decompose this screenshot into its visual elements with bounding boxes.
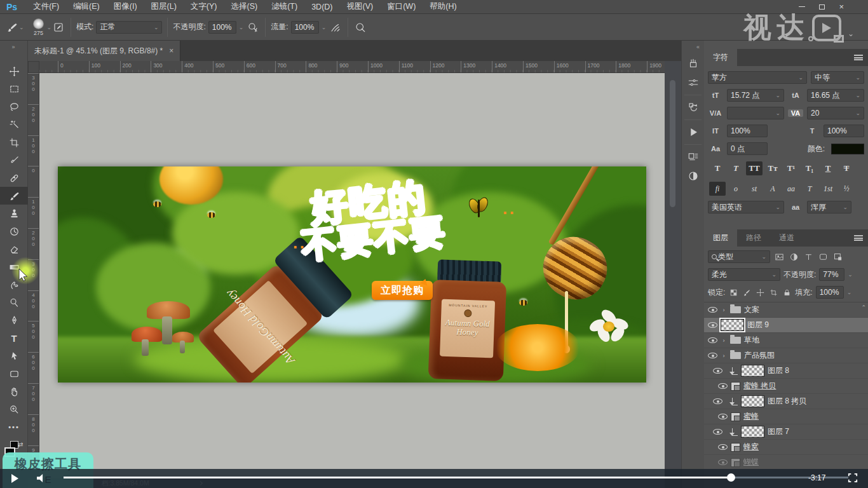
menu-item[interactable]: 图层(L) [144, 1, 184, 12]
visibility-eye-icon[interactable] [713, 429, 722, 435]
clone-stamp-tool[interactable] [0, 205, 28, 222]
swap-colors-icon[interactable]: ⇄ [18, 441, 23, 448]
menu-item[interactable]: 窗口(W) [380, 1, 423, 12]
vertical-scale-input[interactable]: 100% [727, 125, 768, 137]
opentype-button[interactable]: aa [783, 182, 799, 196]
fullscreen-icon[interactable] [848, 473, 858, 485]
panel-tab[interactable]: 路径 [737, 229, 770, 247]
marquee-tool[interactable] [0, 80, 28, 98]
menu-item[interactable]: 选择(S) [224, 1, 265, 12]
layer-blend-mode-select[interactable]: 柔光⌄ [708, 268, 780, 281]
pressure-opacity-icon[interactable] [246, 20, 260, 34]
layer-row[interactable]: › 图层 7 [704, 424, 868, 440]
brush-presets-icon[interactable] [682, 54, 705, 73]
layer-row[interactable]: › 蜂窝 [704, 440, 868, 455]
path-selection-tool[interactable] [0, 347, 28, 365]
folder-twisty-icon[interactable]: › [721, 337, 727, 344]
text-style-button[interactable]: T₁ [801, 161, 818, 175]
brush-panel-toggle-icon[interactable] [51, 20, 65, 34]
visibility-eye-icon[interactable] [718, 444, 728, 450]
opentype-button[interactable]: A [764, 182, 781, 196]
adjustments-icon[interactable] [682, 166, 705, 186]
spot-healing-brush-tool[interactable] [0, 169, 28, 187]
flow-caret-icon[interactable]: ⌄ [322, 24, 327, 30]
panel-menu-icon[interactable] [854, 55, 863, 60]
text-style-button[interactable]: T [709, 161, 726, 175]
zoom-tool[interactable] [0, 400, 28, 418]
layer-name[interactable]: 蜂窝 [743, 442, 759, 452]
history-icon[interactable] [682, 98, 705, 117]
layer-thumbnail[interactable] [721, 319, 744, 331]
layer-row[interactable]: › 文案 [704, 302, 868, 318]
hand-tool[interactable] [0, 383, 28, 400]
document-tab[interactable]: 未标题-1 @ 45.1% (图层 9, RGB/8#) * × [28, 41, 180, 61]
visibility-eye-icon[interactable] [708, 337, 717, 343]
layer-row[interactable]: › 蜜蜂 拷贝 [704, 379, 868, 394]
layer-name[interactable]: 草地 [744, 335, 759, 346]
airbrush-icon[interactable] [329, 20, 342, 34]
collapse-toolbar-icon[interactable]: » [0, 41, 27, 62]
text-style-button[interactable]: T [728, 161, 744, 175]
visibility-eye-icon[interactable] [708, 307, 717, 313]
folder-twisty-icon[interactable]: › [721, 307, 727, 313]
dodge-tool[interactable] [0, 294, 28, 311]
opentype-button[interactable]: fi [709, 182, 726, 196]
filter-adjustment-icon[interactable] [788, 252, 799, 262]
layer-row[interactable]: › 图层 8 拷贝 [704, 394, 868, 409]
eyedropper-tool[interactable] [0, 151, 28, 169]
panel-tab[interactable]: 通道 [770, 229, 803, 247]
text-style-button[interactable]: T [838, 161, 855, 175]
layer-name[interactable]: 产品氛围 [744, 350, 775, 361]
filter-shape-icon[interactable] [817, 252, 829, 262]
crop-tool[interactable] [0, 133, 28, 151]
pressure-size-icon[interactable] [353, 20, 367, 34]
quick-selection-tool[interactable] [0, 116, 28, 133]
layer-name[interactable]: 图层 8 拷贝 [768, 396, 806, 407]
visibility-eye-icon[interactable] [708, 322, 717, 328]
video-progress-knob[interactable] [727, 473, 735, 482]
font-size-select[interactable]: 15.72 点⌄ [727, 89, 784, 102]
menu-item[interactable]: 编辑(E) [66, 1, 107, 12]
visibility-eye-icon[interactable] [708, 353, 717, 358]
type-tool[interactable]: T [0, 329, 28, 347]
layer-opacity-caret-icon[interactable]: ⌄ [848, 271, 853, 278]
opentype-button[interactable]: 1st [820, 182, 836, 196]
filter-type-icon[interactable] [803, 252, 814, 262]
scroll-up-icon[interactable]: ⌃ [861, 304, 866, 311]
layer-fill-input[interactable]: 100% [816, 286, 844, 299]
brush-tool[interactable] [0, 187, 28, 205]
lock-position-icon[interactable] [755, 288, 765, 297]
font-style-select[interactable]: 中等 ⌄ [811, 71, 864, 84]
baseline-shift-input[interactable]: 0 点 [727, 142, 768, 155]
text-color-swatch[interactable] [831, 144, 864, 154]
brush-picker-caret-icon[interactable]: ⌄ [47, 24, 52, 30]
visibility-eye-icon[interactable] [718, 383, 728, 389]
layer-row[interactable]: › 蜜蜂 [704, 409, 868, 424]
text-style-button[interactable]: Tт [764, 161, 781, 175]
text-style-button[interactable]: T¹ [783, 161, 799, 175]
font-family-select[interactable]: 苹方 ⌄ [708, 71, 807, 84]
properties-icon[interactable] [682, 147, 705, 166]
leading-select[interactable]: 16.65 点⌄ [807, 89, 864, 102]
edit-toolbar-icon[interactable]: ••• [0, 418, 28, 436]
visibility-eye-icon[interactable] [718, 459, 728, 465]
collapse-panels-icon[interactable]: « [682, 41, 704, 54]
layer-name[interactable]: 蝴蝶 [743, 457, 759, 468]
layer-name[interactable]: 图层 9 [747, 320, 769, 330]
filter-smart-object-icon[interactable] [832, 252, 843, 262]
actions-icon[interactable] [682, 123, 705, 142]
menu-item[interactable]: 帮助(H) [423, 1, 463, 12]
lock-all-icon[interactable] [782, 288, 792, 297]
folder-twisty-icon[interactable]: › [721, 353, 727, 359]
pen-tool[interactable] [0, 311, 28, 329]
opentype-button[interactable]: o [728, 182, 744, 196]
layer-name[interactable]: 蜜蜂 拷贝 [743, 381, 776, 391]
tab-character[interactable]: 字符 [704, 49, 737, 66]
history-brush-tool[interactable] [0, 222, 28, 240]
layer-filter-select[interactable]: 类型⌄ [708, 250, 770, 263]
brush-settings-icon[interactable] [682, 73, 705, 92]
layer-thumbnail[interactable] [741, 426, 764, 438]
play-icon[interactable] [11, 474, 18, 483]
lasso-tool[interactable] [0, 98, 28, 116]
menu-item[interactable]: 图像(I) [107, 1, 144, 12]
